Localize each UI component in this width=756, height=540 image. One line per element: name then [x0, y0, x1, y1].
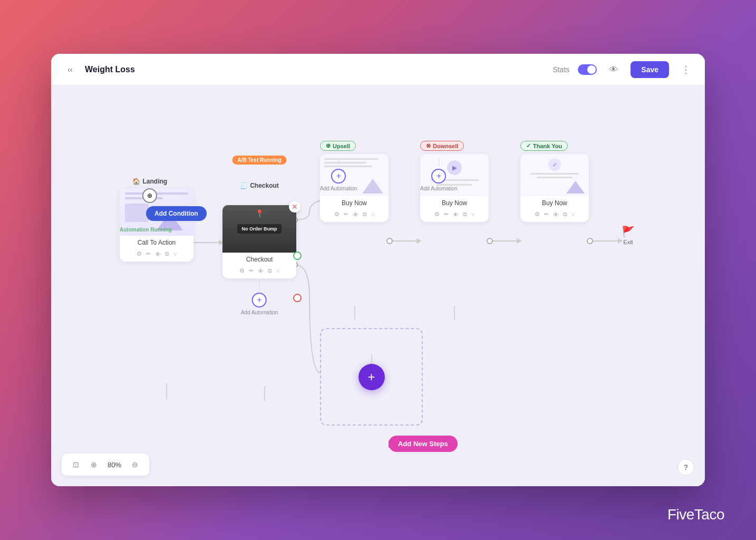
header-controls: Stats 👁 Save ⋮	[553, 61, 694, 78]
thankyou-thumbnail: ✓	[520, 154, 589, 196]
upsell-add-automation[interactable]: + Add Automation	[320, 158, 357, 191]
view-icon[interactable]: 👁	[258, 268, 264, 274]
brand-name-light: Five	[667, 506, 694, 523]
upsell-node: ⊕ Upsell Buy Now ⚙ ✏ 👁	[320, 141, 356, 154]
copy-icon[interactable]: ⧉	[563, 211, 567, 218]
copy-icon[interactable]: ⧉	[268, 267, 272, 274]
view-icon[interactable]: 👁	[353, 211, 358, 218]
add-steps-area[interactable]: +	[320, 328, 423, 426]
checkout-add-automation[interactable]: + Add Automation	[241, 280, 278, 315]
brand-logo: FiveTaco	[667, 506, 724, 523]
downsell-badge: ⊗ Downsell	[420, 141, 464, 151]
settings-icon[interactable]: ⚙	[334, 211, 340, 218]
zoom-controls: ⊡ ⊕ 80% ⊖	[62, 454, 149, 476]
svg-marker-8	[416, 238, 422, 244]
svg-point-7	[387, 238, 392, 244]
zoom-level: 80%	[105, 461, 124, 469]
brand-name-bold: Taco	[694, 506, 724, 523]
landing-actions: ⚙ ✏ 👁 ⧉ ⑂	[120, 248, 193, 262]
help-button[interactable]: ?	[677, 459, 694, 476]
big-add-button[interactable]: +	[358, 364, 385, 390]
thankyou-node: ✓ Thank You ✓ Buy Now ⚙ ✏ 👁	[520, 141, 568, 154]
exit-flag: 🚩 Exit	[622, 225, 635, 245]
add-circle-icon[interactable]: +	[252, 293, 267, 307]
settings-icon[interactable]: ⚙	[535, 211, 540, 218]
green-connector	[293, 252, 302, 260]
checkout-thumbnail: 📍 No Order Bump	[222, 205, 296, 253]
back-button[interactable]: ‹‹	[62, 61, 79, 78]
flag-icon: 🚩	[622, 225, 635, 238]
upsell-actions: ⚙ ✏ 👁 ⧉ ⑂	[320, 209, 389, 222]
funnel-icon[interactable]: ⑂	[471, 211, 475, 218]
no-order-bump-label: No Order Bump	[237, 224, 281, 234]
checkout-node: A/B Test Running 🧾 Checkout ✕ 📍 No Order…	[222, 178, 296, 278]
copy-icon[interactable]: ⧉	[363, 211, 367, 218]
checkout-actions: ⚙ ✏ 👁 ⧉ ⑂	[222, 265, 296, 278]
settings-icon[interactable]: ⚙	[434, 211, 440, 218]
main-window: ‹‹ Weight Loss Stats 👁 Save ⋮	[51, 54, 705, 486]
copy-icon[interactable]: ⧉	[463, 211, 467, 218]
add-new-steps-label[interactable]: Add New Steps	[389, 436, 458, 452]
downsell-actions: ⚙ ✏ 👁 ⧉ ⑂	[420, 209, 489, 222]
thankyou-badge: ✓ Thank You	[520, 141, 568, 151]
downsell-add-automation[interactable]: + Add Automation	[420, 158, 458, 191]
settings-icon[interactable]: ⚙	[137, 250, 142, 257]
automation-running-badge: Automation Running	[120, 227, 172, 233]
settings-icon[interactable]: ⚙	[239, 267, 245, 274]
funnel-icon[interactable]: ⑂	[371, 211, 375, 218]
save-button[interactable]: Save	[631, 61, 669, 78]
connector-lines	[51, 85, 705, 486]
edit-icon[interactable]: ✏	[344, 211, 348, 218]
page-title: Weight Loss	[85, 65, 546, 74]
add-circle-icon[interactable]: +	[431, 169, 446, 184]
view-icon[interactable]: 👁	[553, 211, 559, 218]
edit-icon[interactable]: ✏	[444, 211, 449, 218]
view-icon[interactable]: 👁	[155, 251, 161, 257]
add-circle-icon[interactable]: +	[331, 169, 346, 184]
view-icon[interactable]: 👁	[453, 211, 459, 218]
funnel-icon[interactable]: ⑂	[571, 211, 575, 218]
red-connector	[293, 294, 302, 302]
landing-node: 🏠 Landing	[120, 178, 180, 221]
thankyou-actions: ⚙ ✏ 👁 ⧉ ⑂	[520, 209, 589, 222]
funnel-icon[interactable]: ⑂	[276, 268, 280, 274]
preview-button[interactable]: 👁	[605, 61, 622, 78]
more-menu-button[interactable]: ⋮	[677, 61, 694, 78]
edit-icon[interactable]: ✏	[249, 267, 254, 274]
stats-label: Stats	[553, 65, 569, 74]
upsell-badge: ⊕ Upsell	[320, 141, 356, 151]
add-condition-button[interactable]: Add Condition	[146, 206, 207, 221]
copy-icon[interactable]: ⧉	[165, 250, 169, 257]
pin-icon: 📍	[255, 209, 264, 218]
close-button[interactable]: ✕	[289, 201, 301, 213]
svg-point-13	[587, 238, 593, 244]
edit-icon[interactable]: ✏	[146, 250, 151, 257]
zoom-in-button[interactable]: ⊕	[87, 458, 101, 471]
svg-point-10	[487, 238, 492, 244]
fit-screen-button[interactable]: ⊡	[69, 458, 83, 471]
zoom-out-button[interactable]: ⊖	[128, 458, 142, 471]
flow-canvas: 🏠 Landing	[51, 85, 705, 486]
header: ‹‹ Weight Loss Stats 👁 Save ⋮	[51, 54, 705, 85]
svg-marker-11	[517, 238, 522, 244]
ab-test-badge: A/B Test Running	[232, 156, 286, 165]
downsell-node: ⊗ Downsell ▶ Buy Now ⚙ ✏ 👁 ⧉	[420, 141, 464, 154]
add-new-steps-container: ▶ Add New Steps	[389, 438, 396, 449]
edit-icon[interactable]: ✏	[544, 211, 549, 218]
stats-toggle[interactable]	[578, 64, 597, 75]
funnel-icon[interactable]: ⑂	[173, 251, 177, 257]
